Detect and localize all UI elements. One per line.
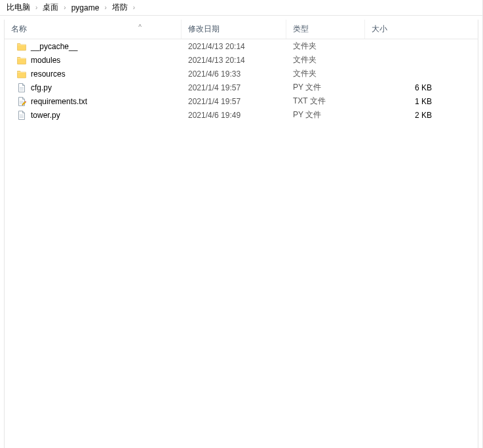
file-name-cell[interactable]: tower.py bbox=[5, 109, 182, 122]
file-name-label: __pycache__ bbox=[31, 42, 77, 51]
file-icon bbox=[16, 83, 27, 93]
file-list-pane: 名称 ^ 修改日期 类型 大小 __pycache__2021/4/13 20:… bbox=[4, 20, 478, 448]
file-name-label: resources bbox=[31, 69, 66, 79]
header-name-label: 名称 bbox=[11, 24, 27, 33]
chevron-right-icon: › bbox=[34, 4, 39, 11]
file-modified-cell: 2021/4/6 19:33 bbox=[182, 68, 286, 80]
file-name-cell[interactable]: resources bbox=[5, 67, 182, 81]
breadcrumb-item[interactable]: 比电脑 bbox=[3, 1, 34, 14]
file-modified-cell: 2021/4/6 19:49 bbox=[182, 109, 286, 121]
file-name-label: tower.py bbox=[31, 111, 60, 120]
column-headers: 名称 ^ 修改日期 类型 大小 bbox=[5, 20, 478, 39]
file-rows: __pycache__2021/4/13 20:14文件夹 modules202… bbox=[5, 39, 478, 122]
file-size-cell: 2 KB bbox=[365, 109, 450, 121]
file-row[interactable]: requirements.txt2021/1/4 19:57TXT 文件1 KB bbox=[5, 94, 478, 108]
file-modified-cell: 2021/4/13 20:14 bbox=[182, 41, 286, 52]
file-row[interactable]: cfg.py2021/1/4 19:57PY 文件6 KB bbox=[5, 81, 478, 94]
header-modified[interactable]: 修改日期 bbox=[182, 20, 286, 39]
breadcrumb-item[interactable]: pygame bbox=[68, 2, 104, 14]
file-type-cell: 文件夹 bbox=[286, 53, 365, 67]
file-size-cell: 6 KB bbox=[365, 82, 450, 94]
header-type[interactable]: 类型 bbox=[286, 20, 365, 39]
breadcrumb-item[interactable]: 塔防 bbox=[108, 1, 132, 14]
sort-caret-icon: ^ bbox=[138, 24, 142, 31]
file-type-cell: 文件夹 bbox=[286, 39, 365, 53]
file-name-cell[interactable]: modules bbox=[5, 54, 182, 67]
file-size-cell: 1 KB bbox=[365, 96, 450, 107]
file-name-cell[interactable]: requirements.txt bbox=[5, 95, 182, 108]
file-modified-cell: 2021/1/4 19:57 bbox=[182, 82, 286, 94]
file-size-cell bbox=[365, 59, 450, 62]
file-modified-cell: 2021/1/4 19:57 bbox=[182, 96, 286, 107]
chevron-right-icon: › bbox=[62, 4, 67, 11]
file-name-cell[interactable]: cfg.py bbox=[5, 81, 182, 94]
file-size-cell bbox=[365, 45, 450, 48]
file-name-cell[interactable]: __pycache__ bbox=[5, 40, 182, 53]
file-name-label: requirements.txt bbox=[31, 97, 87, 106]
file-type-cell: TXT 文件 bbox=[286, 94, 365, 108]
breadcrumb-item[interactable]: 桌面 bbox=[39, 1, 62, 14]
file-row[interactable]: modules2021/4/13 20:14文件夹 bbox=[5, 53, 478, 67]
header-name[interactable]: 名称 ^ bbox=[5, 20, 182, 39]
folder-icon bbox=[16, 41, 27, 52]
chevron-right-icon: › bbox=[103, 4, 107, 11]
file-row[interactable]: resources2021/4/6 19:33文件夹 bbox=[5, 67, 478, 81]
file-row[interactable]: tower.py2021/4/6 19:49PY 文件2 KB bbox=[5, 108, 478, 122]
file-row[interactable]: __pycache__2021/4/13 20:14文件夹 bbox=[5, 39, 478, 53]
header-size[interactable]: 大小 bbox=[365, 20, 450, 39]
file-name-label: modules bbox=[31, 56, 60, 65]
file-type-cell: 文件夹 bbox=[286, 67, 365, 81]
folder-icon bbox=[16, 55, 27, 65]
file-type-cell: PY 文件 bbox=[286, 81, 365, 94]
file-size-cell bbox=[365, 73, 450, 75]
folder-icon bbox=[16, 69, 27, 79]
chevron-right-icon: › bbox=[132, 4, 136, 11]
file-type-cell: PY 文件 bbox=[286, 108, 365, 122]
file-modified-cell: 2021/4/13 20:14 bbox=[182, 54, 286, 66]
file-name-label: cfg.py bbox=[31, 83, 52, 92]
text-file-edit-icon bbox=[16, 96, 27, 107]
file-icon bbox=[16, 110, 27, 121]
breadcrumb[interactable]: 比电脑 › 桌面 › pygame › 塔防 › bbox=[0, 0, 482, 16]
